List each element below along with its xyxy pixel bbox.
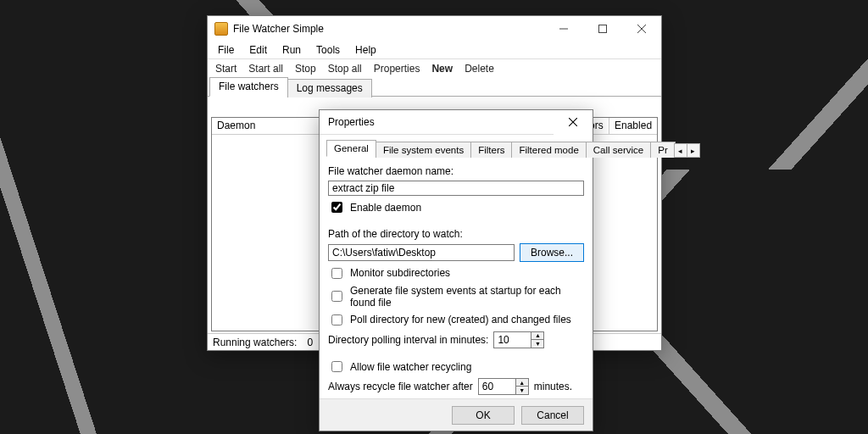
poll-interval-stepper[interactable]: 10 ▲ ▼	[493, 331, 544, 348]
poll-interval-down-icon[interactable]: ▼	[531, 340, 544, 348]
ok-button[interactable]: OK	[452, 406, 515, 425]
tab-scroll-right[interactable]: ▸	[687, 143, 700, 158]
col-daemon[interactable]: Daemon	[212, 118, 327, 134]
dialog-close-button[interactable]	[554, 110, 593, 135]
properties-dialog: Properties General File system events Fi…	[319, 109, 593, 431]
gen-events-label: Generate file system events at startup f…	[350, 285, 584, 309]
col-enabled[interactable]: Enabled	[609, 118, 657, 134]
dialog-tabs: General File system events Filters Filte…	[326, 138, 586, 157]
menu-help[interactable]: Help	[348, 43, 383, 57]
poll-interval-up-icon[interactable]: ▲	[531, 331, 544, 340]
monitor-sub-label: Monitor subdirectories	[350, 267, 450, 279]
always-recycle-up-icon[interactable]: ▲	[515, 378, 529, 387]
browse-button[interactable]: Browse...	[520, 243, 584, 262]
poll-interval-value[interactable]: 10	[493, 331, 531, 348]
poll-label: Poll directory for new (created) and cha…	[350, 314, 571, 326]
tb-delete[interactable]: Delete	[459, 61, 500, 76]
app-icon	[214, 22, 228, 36]
tb-new[interactable]: New	[426, 61, 459, 76]
menu-edit[interactable]: Edit	[242, 43, 274, 57]
enable-daemon-input[interactable]	[331, 202, 342, 213]
daemon-name-input[interactable]	[328, 181, 584, 196]
toolbar: Start Start all Stop Stop all Properties…	[208, 58, 661, 77]
menu-run[interactable]: Run	[275, 43, 308, 57]
menu-tools[interactable]: Tools	[309, 43, 347, 57]
always-recycle-down-icon[interactable]: ▼	[515, 387, 529, 395]
tab-scroll-left[interactable]: ◂	[674, 143, 687, 158]
dlg-tab-call-service[interactable]: Call service	[586, 142, 651, 158]
minimize-button[interactable]	[544, 16, 583, 42]
svg-rect-0	[599, 25, 607, 33]
dlg-tab-overflow[interactable]: Pr	[650, 142, 676, 158]
tb-stop-all[interactable]: Stop all	[322, 61, 368, 76]
main-titlebar[interactable]: File Watcher Simple	[208, 16, 661, 42]
tb-stop[interactable]: Stop	[289, 61, 322, 76]
always-recycle-label: Always recycle file watcher after	[328, 381, 473, 392]
cancel-button[interactable]: Cancel	[521, 406, 584, 425]
always-recycle-stepper[interactable]: 60 ▲ ▼	[478, 378, 529, 395]
poll-checkbox[interactable]: Poll directory for new (created) and cha…	[328, 312, 584, 328]
close-button[interactable]	[622, 16, 661, 42]
tab-file-watchers[interactable]: File watchers	[209, 77, 288, 97]
status-running-label: Running watchers:	[213, 337, 297, 348]
dialog-body: General File system events Filters Filte…	[326, 138, 586, 397]
tb-properties[interactable]: Properties	[368, 61, 426, 76]
tab-log-messages[interactable]: Log messages	[287, 79, 372, 97]
dialog-title: Properties	[320, 116, 554, 128]
daemon-name-label: File watcher daemon name:	[328, 165, 584, 177]
tab-scroll: ◂ ▸	[675, 142, 700, 156]
maximize-button[interactable]	[583, 16, 622, 42]
menu-file[interactable]: File	[211, 43, 241, 57]
dlg-tab-filtered-mode[interactable]: Filtered mode	[511, 142, 586, 158]
dialog-footer: OK Cancel	[320, 398, 593, 431]
dlg-tab-filters[interactable]: Filters	[470, 142, 512, 158]
gen-events-input[interactable]	[331, 291, 342, 302]
general-form: File watcher daemon name: Enable daemon …	[326, 160, 586, 397]
enable-daemon-checkbox[interactable]: Enable daemon	[328, 199, 584, 215]
tb-start-all[interactable]: Start all	[242, 61, 289, 76]
window-buttons	[544, 16, 661, 42]
recycle-label: Allow file watcher recycling	[350, 361, 471, 373]
path-label: Path of the directory to watch:	[328, 228, 584, 240]
enable-daemon-label: Enable daemon	[350, 202, 421, 214]
always-recycle-value[interactable]: 60	[478, 378, 516, 395]
tb-start[interactable]: Start	[209, 61, 242, 76]
dialog-titlebar[interactable]: Properties	[320, 110, 593, 135]
dlg-tab-fs-events[interactable]: File system events	[376, 142, 471, 158]
main-tabs: File watchers Log messages	[208, 77, 661, 97]
gen-events-checkbox[interactable]: Generate file system events at startup f…	[328, 285, 584, 309]
path-input[interactable]	[328, 244, 515, 261]
status-running-count: 0	[307, 337, 313, 348]
recycle-input[interactable]	[331, 361, 342, 372]
monitor-sub-input[interactable]	[331, 268, 342, 279]
main-title: File Watcher Simple	[233, 23, 544, 35]
poll-interval-label: Directory polling interval in minutes:	[328, 334, 488, 346]
always-recycle-suffix: minutes.	[534, 381, 572, 392]
recycle-checkbox[interactable]: Allow file watcher recycling	[328, 359, 584, 375]
poll-input[interactable]	[331, 314, 342, 326]
monitor-sub-checkbox[interactable]: Monitor subdirectories	[328, 265, 584, 281]
menu-bar: File Edit Run Tools Help	[208, 42, 661, 58]
dlg-tab-general[interactable]: General	[326, 140, 376, 157]
